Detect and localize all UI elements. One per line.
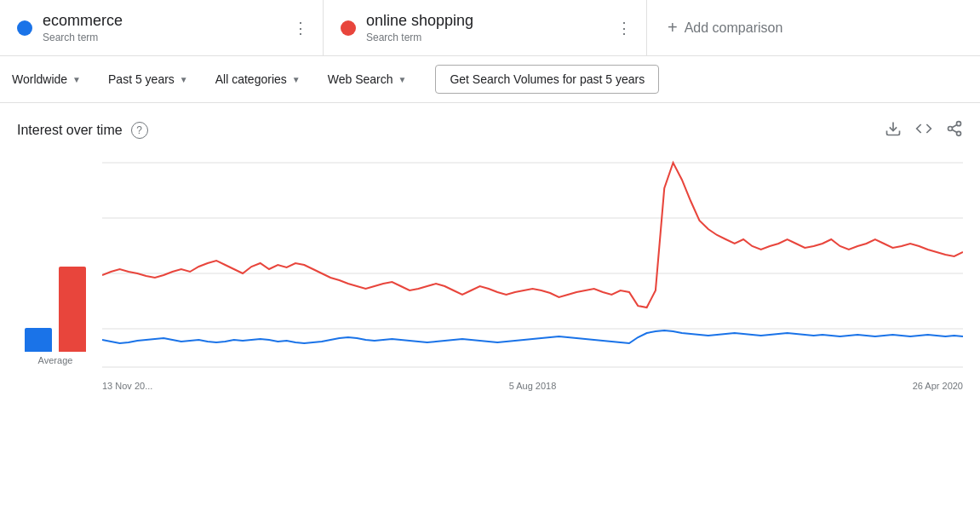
ecommerce-text: ecommerce Search term (43, 12, 123, 43)
add-comparison-button[interactable]: + Add comparison (647, 0, 980, 55)
chart-container: Average 100 75 50 25 (0, 154, 980, 408)
ecommerce-sublabel: Search term (43, 32, 98, 43)
ecommerce-dot (17, 20, 32, 36)
chart-title-group: Interest over time ? (17, 122, 148, 139)
svg-point-2 (948, 127, 953, 131)
search-term-ecommerce: ecommerce Search term ⋮ (0, 0, 324, 55)
avg-label: Average (38, 355, 73, 365)
online-shopping-label: online shopping (366, 12, 473, 30)
time-range-dropdown[interactable]: Past 5 years ▼ (96, 66, 200, 93)
chart-actions (885, 120, 963, 141)
category-dropdown[interactable]: All categories ▼ (203, 66, 312, 93)
embed-icon[interactable] (915, 120, 932, 141)
online-shopping-line (102, 163, 963, 307)
online-shopping-dot (341, 20, 356, 36)
location-arrow-icon: ▼ (72, 75, 81, 84)
get-volumes-button[interactable]: Get Search Volumes for past 5 years (435, 65, 659, 94)
online-shopping-sublabel: Search term (366, 32, 421, 43)
help-icon[interactable]: ? (131, 122, 148, 139)
share-icon[interactable] (946, 120, 963, 141)
avg-bars (25, 250, 86, 352)
x-label-1: 13 Nov 20... (102, 381, 152, 391)
chart-section: Interest over time ? (0, 103, 980, 408)
download-icon[interactable] (885, 120, 902, 141)
avg-bar-online-shopping (59, 267, 86, 352)
time-range-label: Past 5 years (108, 72, 175, 86)
category-arrow-icon: ▼ (292, 75, 301, 84)
x-label-2: 5 Aug 2018 (509, 381, 557, 391)
svg-point-3 (957, 131, 961, 135)
svg-line-5 (952, 124, 957, 127)
search-terms-bar: ecommerce Search term ⋮ online shopping … (0, 0, 980, 56)
search-term-online-shopping: online shopping Search term ⋮ (324, 0, 647, 55)
x-label-3: 26 Apr 2020 (913, 381, 963, 391)
avg-bar-ecommerce (25, 328, 52, 352)
ecommerce-label: ecommerce (43, 12, 123, 30)
x-labels: 13 Nov 20... 5 Aug 2018 26 Apr 2020 (102, 376, 963, 391)
time-range-arrow-icon: ▼ (180, 75, 188, 84)
search-type-arrow-icon: ▼ (398, 75, 406, 84)
location-dropdown[interactable]: Worldwide ▼ (0, 66, 93, 93)
category-label: All categories (215, 72, 287, 86)
plus-icon: + (668, 18, 678, 37)
chart-main: 100 75 50 25 13 Nov 20... 5 Aug 2018 26 … (102, 154, 980, 391)
chart-left-avg: Average (0, 154, 102, 391)
filter-bar: Worldwide ▼ Past 5 years ▼ All categorie… (0, 56, 980, 103)
location-label: Worldwide (12, 72, 67, 86)
add-comparison-label: Add comparison (685, 20, 783, 36)
svg-line-4 (952, 129, 957, 132)
chart-title: Interest over time (17, 123, 123, 138)
online-shopping-text: online shopping Search term (366, 12, 473, 43)
chart-svg: 100 75 50 25 (102, 154, 963, 376)
chart-svg-container: 100 75 50 25 (102, 154, 963, 376)
ecommerce-line (102, 330, 963, 343)
chart-header: Interest over time ? (0, 120, 980, 154)
ecommerce-menu-icon[interactable]: ⋮ (293, 19, 309, 37)
online-shopping-menu-icon[interactable]: ⋮ (616, 19, 633, 37)
svg-point-1 (957, 122, 961, 126)
search-type-label: Web Search (328, 72, 393, 86)
search-type-dropdown[interactable]: Web Search ▼ (316, 66, 419, 93)
